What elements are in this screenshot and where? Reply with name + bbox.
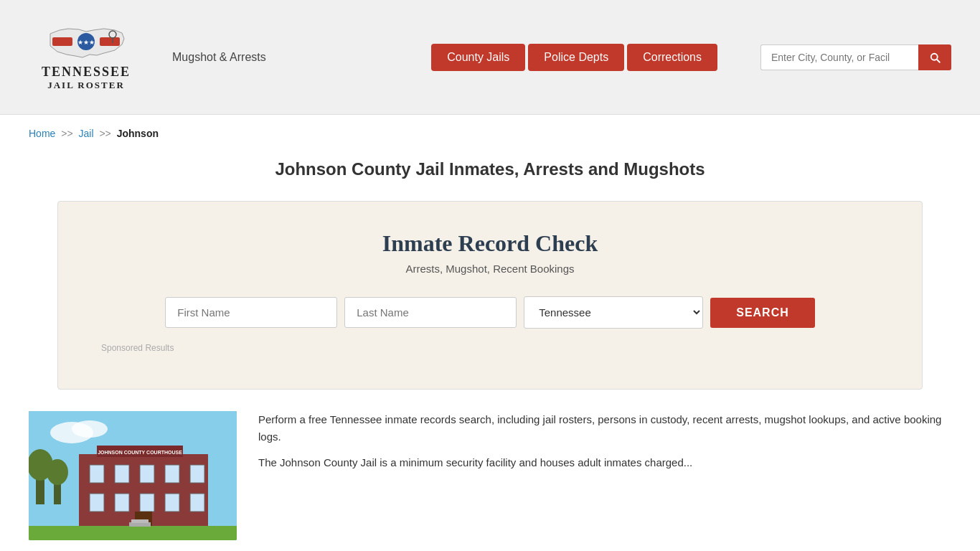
site-logo[interactable]: ★★★ TENNESSEE JAIL ROSTER	[29, 23, 143, 91]
breadcrumb: Home >> Jail >> Johnson	[0, 115, 980, 152]
svg-rect-0	[52, 37, 72, 46]
svg-rect-21	[140, 494, 154, 512]
svg-text:★★★: ★★★	[77, 39, 95, 46]
page-title: Johnson County Jail Inmates, Arrests and…	[29, 159, 951, 179]
sponsored-label: Sponsored Results	[101, 343, 879, 353]
svg-rect-29	[131, 519, 149, 523]
record-check-section: Inmate Record Check Arrests, Mugshot, Re…	[57, 201, 923, 390]
header-search-area	[760, 44, 951, 70]
header-search-input[interactable]	[760, 44, 918, 70]
description-para2: The Johnson County Jail is a minimum sec…	[258, 454, 951, 471]
description-para1: Perform a free Tennessee inmate records …	[258, 411, 951, 446]
record-search-form: Tennessee Alabama Alaska Arizona Arkansa…	[101, 296, 879, 329]
svg-rect-20	[115, 494, 129, 512]
first-name-input[interactable]	[165, 297, 337, 328]
svg-text:JOHNSON COUNTY COURTHOUSE: JOHNSON COUNTY COURTHOUSE	[98, 450, 182, 455]
svg-rect-3	[100, 37, 120, 46]
record-search-button[interactable]: SEARCH	[710, 298, 815, 328]
svg-rect-14	[90, 465, 104, 483]
mugshot-arrests-link[interactable]: Mugshot & Arrests	[172, 51, 266, 64]
corrections-button[interactable]: Corrections	[627, 44, 717, 71]
svg-rect-15	[115, 465, 129, 483]
svg-rect-18	[190, 465, 204, 483]
site-header: ★★★ TENNESSEE JAIL ROSTER Mugshot & Arre…	[0, 0, 980, 115]
nav-buttons: County Jails Police Depts Corrections	[431, 44, 717, 71]
police-depts-button[interactable]: Police Depts	[528, 44, 624, 71]
logo-text-jail-roster: JAIL ROSTER	[47, 80, 125, 91]
header-search-button[interactable]	[918, 44, 951, 70]
svg-rect-17	[165, 465, 179, 483]
svg-point-8	[72, 420, 108, 438]
state-select[interactable]: Tennessee Alabama Alaska Arizona Arkansa…	[524, 296, 703, 329]
logo-icon: ★★★	[47, 23, 126, 62]
svg-rect-19	[90, 494, 104, 512]
record-check-subtitle: Arrests, Mugshot, Recent Bookings	[101, 263, 879, 275]
description-area: Perform a free Tennessee inmate records …	[258, 411, 951, 540]
search-icon	[928, 51, 941, 64]
building-image: JOHNSON COUNTY COURTHOUSE	[29, 411, 237, 540]
svg-rect-16	[140, 465, 154, 483]
breadcrumb-jail[interactable]: Jail	[79, 128, 94, 139]
breadcrumb-sep1: >>	[61, 128, 72, 139]
bottom-content: JOHNSON COUNTY COURTHOUSE Perform a free…	[29, 411, 951, 551]
last-name-input[interactable]	[344, 297, 517, 328]
record-check-title: Inmate Record Check	[101, 230, 879, 257]
breadcrumb-sep2: >>	[99, 128, 110, 139]
breadcrumb-current: Johnson	[117, 128, 159, 139]
svg-rect-22	[165, 494, 179, 512]
svg-point-12	[47, 459, 68, 485]
county-jails-button[interactable]: County Jails	[431, 44, 525, 71]
logo-text-tennessee: TENNESSEE	[42, 65, 131, 80]
svg-rect-23	[190, 494, 204, 512]
breadcrumb-home[interactable]: Home	[29, 128, 55, 139]
svg-rect-27	[29, 526, 237, 540]
